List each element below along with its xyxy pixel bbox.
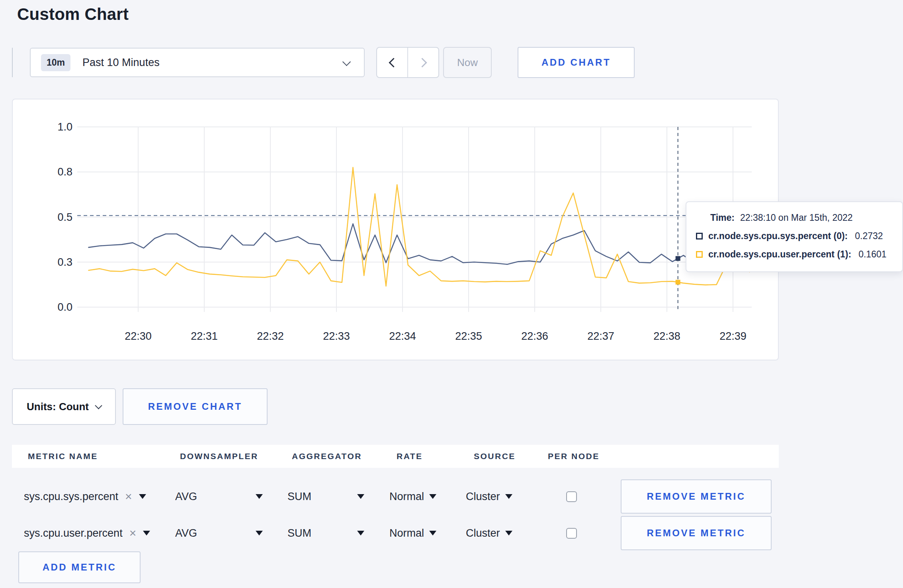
metric-table-row: sys.cpu.sys.percent × AVG SUM Normal Clu… xyxy=(12,479,903,514)
downsampler-select[interactable] xyxy=(256,516,263,551)
source-select[interactable]: Cluster xyxy=(466,516,512,551)
header-source: SOURCE xyxy=(474,445,516,468)
next-time-button[interactable] xyxy=(407,48,438,77)
tooltip-series-value: 0.2732 xyxy=(855,231,883,241)
page-title: Custom Chart xyxy=(17,5,129,24)
tooltip-series-name: cr.node.sys.cpu.user.percent (1): xyxy=(708,249,851,260)
dropdown-caret-icon xyxy=(256,531,263,535)
x-axis-label: 22:30 xyxy=(125,330,152,342)
metric-name-value: sys.cpu.sys.percent xyxy=(24,491,118,503)
tooltip-series-row: cr.node.sys.cpu.user.percent (1): 0.1601 xyxy=(696,249,892,260)
prev-time-button[interactable] xyxy=(377,48,407,77)
per-node-checkbox[interactable] xyxy=(566,528,577,539)
dropdown-caret-icon xyxy=(357,494,364,499)
aggregator-select[interactable] xyxy=(357,516,364,551)
downsampler-select[interactable] xyxy=(256,479,263,514)
toolbar-left-divider xyxy=(12,48,13,77)
dropdown-caret-icon xyxy=(256,494,263,499)
header-downsampler: DOWNSAMPLER xyxy=(180,445,258,468)
per-node-cell xyxy=(566,516,577,551)
add-metric-button[interactable]: ADD METRIC xyxy=(18,551,141,583)
x-axis-label: 22:38 xyxy=(653,330,680,342)
remove-chart-button[interactable]: REMOVE CHART xyxy=(123,388,268,425)
tooltip-series-name: cr.node.sys.cpu.sys.percent (0): xyxy=(708,231,848,241)
y-axis-label: 0.8 xyxy=(57,166,72,178)
rate-select[interactable]: Normal xyxy=(389,479,436,514)
y-axis-label: 0.0 xyxy=(57,301,72,313)
per-node-cell xyxy=(566,479,577,514)
per-node-checkbox[interactable] xyxy=(566,491,577,502)
header-rate: RATE xyxy=(397,445,423,468)
time-range-select[interactable]: 10m Past 10 Minutes xyxy=(30,48,365,77)
rate-value: Normal xyxy=(389,527,424,539)
rate-select[interactable]: Normal xyxy=(389,516,436,551)
x-axis-label: 22:35 xyxy=(455,330,482,342)
chart-plot-area[interactable] xyxy=(77,127,752,307)
chart-card: 0.00.30.50.81.022:3022:3122:3222:3322:34… xyxy=(12,99,779,360)
metric-table-row: sys.cpu.user.percent × AVG SUM Normal Cl… xyxy=(12,516,903,551)
chart-hover-tooltip: Time: 22:38:10 on Mar 15th, 2022 cr.node… xyxy=(686,201,903,272)
dropdown-caret-icon xyxy=(429,494,436,499)
x-axis-label: 22:34 xyxy=(389,330,416,342)
tooltip-series-row: cr.node.sys.cpu.sys.percent (0): 0.2732 xyxy=(696,231,892,241)
rate-value: Normal xyxy=(389,491,424,503)
x-axis-label: 22:33 xyxy=(323,330,350,342)
time-nav-group xyxy=(376,47,439,78)
units-select[interactable]: Units: Count xyxy=(12,388,116,425)
dropdown-caret-icon[interactable] xyxy=(139,494,146,499)
header-metric-name: METRIC NAME xyxy=(28,445,98,468)
time-range-badge: 10m xyxy=(41,54,70,71)
sys-series-swatch-icon xyxy=(696,233,703,239)
custom-chart-page: Custom Chart 10m Past 10 Minutes Now ADD… xyxy=(0,0,903,588)
y-axis-label: 1.0 xyxy=(57,121,72,133)
tooltip-time-row: Time: 22:38:10 on Mar 15th, 2022 xyxy=(710,212,892,223)
dropdown-caret-icon xyxy=(429,531,436,535)
x-axis-label: 22:31 xyxy=(191,330,218,342)
downsampler-value[interactable]: AVG xyxy=(175,479,197,514)
aggregator-value[interactable]: SUM xyxy=(287,516,311,551)
remove-metric-button[interactable]: REMOVE METRIC xyxy=(621,479,772,514)
source-select[interactable]: Cluster xyxy=(466,479,512,514)
chevron-left-icon xyxy=(389,58,398,67)
tooltip-time-label: Time: xyxy=(710,212,735,223)
now-button[interactable]: Now xyxy=(443,47,492,78)
chevron-down-icon xyxy=(342,58,351,66)
tooltip-series-value: 0.1601 xyxy=(858,249,886,260)
metrics-table-header: METRIC NAME DOWNSAMPLER AGGREGATOR RATE … xyxy=(12,445,779,468)
user-series-swatch-icon xyxy=(696,251,703,258)
dropdown-caret-icon[interactable] xyxy=(143,531,150,535)
aggregator-select[interactable] xyxy=(357,479,364,514)
y-axis-label: 0.3 xyxy=(57,256,72,268)
remove-metric-button[interactable]: REMOVE METRIC xyxy=(621,516,772,550)
x-axis-label: 22:37 xyxy=(587,330,614,342)
time-range-label: Past 10 Minutes xyxy=(82,56,160,69)
dropdown-caret-icon xyxy=(505,531,512,535)
metric-name-select[interactable]: sys.cpu.sys.percent × xyxy=(24,479,146,514)
aggregator-value[interactable]: SUM xyxy=(287,479,311,514)
x-axis-label: 22:36 xyxy=(521,330,548,342)
x-axis-label: 22:32 xyxy=(257,330,284,342)
source-value: Cluster xyxy=(466,491,500,503)
dropdown-caret-icon xyxy=(357,531,364,535)
chevron-down-icon xyxy=(95,402,102,409)
units-label: Units: Count xyxy=(27,401,89,413)
metric-name-value: sys.cpu.user.percent xyxy=(24,527,123,539)
clear-metric-icon[interactable]: × xyxy=(125,491,132,502)
dropdown-caret-icon xyxy=(505,494,512,499)
x-axis-label: 22:39 xyxy=(719,330,747,342)
clear-metric-icon[interactable]: × xyxy=(129,527,137,539)
downsampler-value[interactable]: AVG xyxy=(175,516,197,551)
tooltip-time-value: 22:38:10 on Mar 15th, 2022 xyxy=(740,212,853,223)
y-axis-label: 0.5 xyxy=(57,211,72,223)
chart-svg[interactable]: 0.00.30.50.81.022:3022:3122:3222:3322:34… xyxy=(13,99,778,360)
add-chart-button[interactable]: ADD CHART xyxy=(518,47,635,78)
header-per-node: PER NODE xyxy=(548,445,600,468)
chevron-right-icon xyxy=(417,58,427,67)
source-value: Cluster xyxy=(466,527,500,539)
metric-name-select[interactable]: sys.cpu.user.percent × xyxy=(24,516,150,551)
header-aggregator: AGGREGATOR xyxy=(292,445,362,468)
